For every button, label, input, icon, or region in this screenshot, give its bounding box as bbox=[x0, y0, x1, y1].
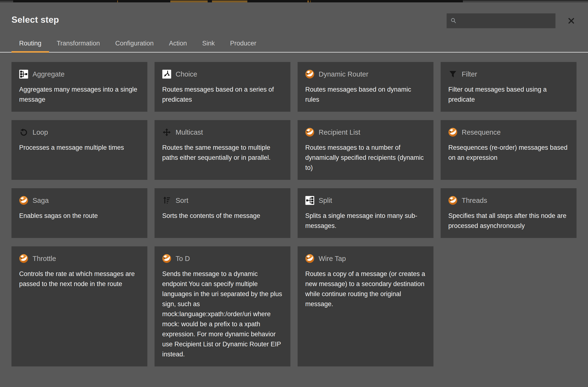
camel-icon bbox=[305, 254, 314, 263]
camel-icon bbox=[448, 196, 457, 205]
card-description: Routes the same message to multiple path… bbox=[162, 143, 283, 163]
step-card-wire-tap[interactable]: Wire Tap Routes a copy of a message (or … bbox=[298, 246, 433, 367]
topbar-segment bbox=[117, 0, 118, 2]
camel-icon bbox=[305, 70, 314, 79]
step-card-grid: Aggregate Aggregates many messages into … bbox=[0, 53, 588, 367]
card-header: Loop bbox=[19, 128, 140, 137]
card-title: Multicast bbox=[176, 128, 203, 136]
step-card-filter[interactable]: Filter Filter out messages based using a… bbox=[441, 62, 577, 112]
card-header: Filter bbox=[448, 70, 569, 79]
card-description: Aggregates many messages into a single m… bbox=[19, 84, 140, 104]
sort-icon bbox=[162, 196, 171, 205]
card-title: Choice bbox=[176, 70, 197, 78]
topbar-segment bbox=[310, 0, 311, 2]
dialog-title: Select step bbox=[11, 15, 59, 25]
card-header: Multicast bbox=[162, 128, 283, 137]
card-description: Filter out messages based using a predic… bbox=[448, 84, 569, 104]
tab-transformation[interactable]: Transformation bbox=[49, 36, 108, 52]
choice-icon bbox=[162, 70, 171, 79]
card-header: Dynamic Router bbox=[305, 70, 426, 79]
card-description: Splits a single message into many sub-me… bbox=[305, 211, 426, 231]
card-header: To D bbox=[162, 254, 283, 263]
step-card-saga[interactable]: Saga Enables sagas on the route bbox=[11, 188, 147, 238]
step-card-throttle[interactable]: Throttle Controls the rate at which mess… bbox=[11, 246, 147, 367]
background-app-topbar bbox=[0, 0, 588, 2]
card-title: Split bbox=[319, 197, 332, 204]
step-card-resequence[interactable]: Resequence Resequences (re-order) messag… bbox=[441, 120, 577, 180]
card-header: Threads bbox=[448, 196, 569, 205]
aggregate-icon bbox=[19, 70, 28, 79]
card-description: Controls the rate at which messages are … bbox=[19, 269, 140, 289]
tab-producer[interactable]: Producer bbox=[222, 36, 264, 52]
card-title: Wire Tap bbox=[319, 255, 346, 263]
split-icon bbox=[305, 196, 314, 205]
loop-icon bbox=[19, 128, 28, 137]
topbar-segment bbox=[463, 0, 588, 2]
card-header: Resequence bbox=[448, 128, 569, 137]
card-description: Routes messages based on dynamic rules bbox=[305, 84, 426, 104]
filter-icon bbox=[448, 70, 457, 79]
topbar-segment bbox=[170, 0, 208, 2]
card-description: Sends the message to a dynamic endpoint … bbox=[162, 269, 283, 359]
search-box[interactable] bbox=[447, 13, 555, 28]
topbar-segment bbox=[212, 0, 247, 2]
card-header: Throttle bbox=[19, 254, 140, 263]
card-title: Dynamic Router bbox=[319, 70, 368, 78]
tab-label: Configuration bbox=[115, 40, 154, 47]
tab-sink[interactable]: Sink bbox=[194, 36, 222, 52]
card-description: Routes a copy of a message (or creates a… bbox=[305, 269, 426, 309]
card-header: Sort bbox=[162, 196, 283, 205]
tab-label: Routing bbox=[19, 40, 42, 47]
camel-icon bbox=[448, 128, 457, 137]
card-title: Throttle bbox=[33, 255, 56, 263]
card-description: Processes a message multiple times bbox=[19, 143, 140, 153]
card-header: Choice bbox=[162, 70, 283, 79]
card-description: Routes messages to a number of dynamical… bbox=[305, 143, 426, 173]
tab-routing[interactable]: Routing bbox=[11, 36, 49, 52]
card-header: Split bbox=[305, 196, 426, 205]
card-description: Enables sagas on the route bbox=[19, 211, 140, 221]
step-card-dynamic-router[interactable]: Dynamic Router Routes messages based on … bbox=[298, 62, 433, 112]
card-description: Resequences (re-order) messages based on… bbox=[448, 143, 569, 163]
topbar-segment bbox=[307, 0, 309, 2]
card-header: Aggregate bbox=[19, 70, 140, 79]
card-header: Wire Tap bbox=[305, 254, 426, 263]
topbar-segment bbox=[0, 0, 13, 2]
tab-action[interactable]: Action bbox=[161, 36, 194, 52]
card-title: Filter bbox=[462, 70, 477, 78]
tab-label: Transformation bbox=[57, 40, 100, 47]
card-title: To D bbox=[176, 255, 190, 263]
step-card-sort[interactable]: Sort Sorts the contents of the message bbox=[155, 188, 290, 238]
camel-icon bbox=[19, 254, 28, 263]
tab-configuration[interactable]: Configuration bbox=[108, 36, 162, 52]
search-icon bbox=[450, 17, 457, 24]
camel-icon bbox=[19, 196, 28, 205]
header-actions bbox=[447, 13, 576, 28]
step-card-threads[interactable]: Threads Specifies that all steps after t… bbox=[441, 188, 577, 238]
card-description: Specifies that all steps after this node… bbox=[448, 211, 569, 231]
tab-bar: Routing Transformation Configuration Act… bbox=[0, 36, 588, 53]
card-title: Aggregate bbox=[33, 70, 64, 78]
tab-label: Sink bbox=[202, 40, 215, 47]
card-title: Threads bbox=[462, 197, 487, 204]
close-icon bbox=[567, 17, 575, 25]
card-title: Sort bbox=[176, 197, 188, 204]
card-description: Routes messages based on a series of pre… bbox=[162, 84, 283, 104]
step-card-to-d[interactable]: To D Sends the message to a dynamic endp… bbox=[155, 246, 290, 367]
step-card-loop[interactable]: Loop Processes a message multiple times bbox=[11, 120, 147, 180]
search-input[interactable] bbox=[460, 17, 552, 25]
step-card-multicast[interactable]: Multicast Routes the same message to mul… bbox=[155, 120, 290, 180]
card-header: Recipient List bbox=[305, 128, 426, 137]
close-button[interactable] bbox=[567, 16, 576, 26]
camel-icon bbox=[305, 128, 314, 137]
camel-icon bbox=[162, 254, 171, 263]
card-title: Recipient List bbox=[319, 128, 360, 136]
step-card-aggregate[interactable]: Aggregate Aggregates many messages into … bbox=[11, 62, 147, 112]
card-title: Saga bbox=[33, 197, 49, 204]
card-description: Sorts the contents of the message bbox=[162, 211, 283, 221]
step-card-recipient-list[interactable]: Recipient List Routes messages to a numb… bbox=[298, 120, 433, 180]
step-card-choice[interactable]: Choice Routes messages based on a series… bbox=[155, 62, 290, 112]
select-step-dialog: Select step Routing Transformation Co bbox=[0, 2, 588, 387]
step-card-split[interactable]: Split Splits a single message into many … bbox=[298, 188, 433, 238]
card-header: Saga bbox=[19, 196, 140, 205]
